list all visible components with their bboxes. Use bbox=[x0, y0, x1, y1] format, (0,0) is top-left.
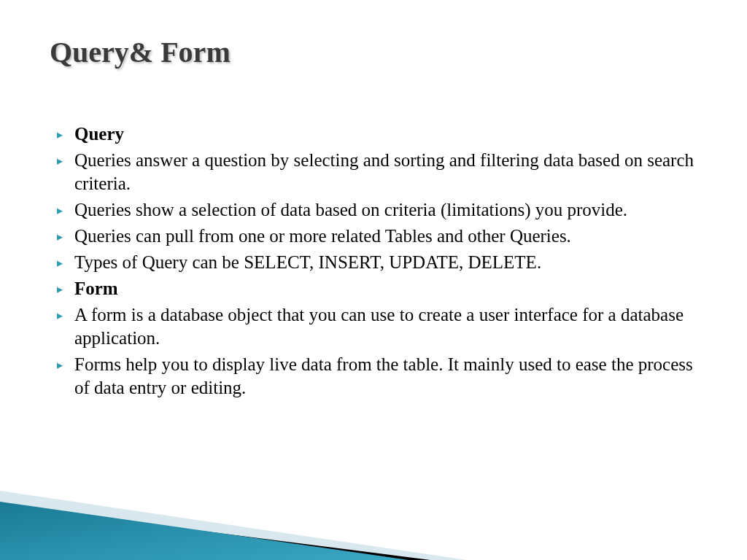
bullet-marker-icon: ▸ bbox=[57, 149, 74, 168]
bullet-item: ▸Query bbox=[57, 122, 696, 146]
bullet-marker-icon: ▸ bbox=[57, 353, 74, 373]
bullet-text: Types of Query can be SELECT, INSERT, UP… bbox=[74, 251, 541, 274]
bullet-text: A form is a database object that you can… bbox=[74, 303, 696, 350]
bullet-marker-icon: ▸ bbox=[57, 303, 74, 323]
bullet-text: Queries can pull from one or more relate… bbox=[74, 225, 571, 248]
bullet-item: ▸Queries can pull from one or more relat… bbox=[57, 225, 696, 248]
bullet-text: Queries answer a question by selecting a… bbox=[74, 149, 696, 195]
svg-marker-0 bbox=[0, 491, 467, 560]
bullet-text: Queries show a selection of data based o… bbox=[74, 198, 627, 222]
bullet-text: Forms help you to display live data from… bbox=[74, 353, 696, 400]
bullet-marker-icon: ▸ bbox=[57, 251, 74, 271]
bullet-item: ▸A form is a database object that you ca… bbox=[57, 303, 696, 350]
bullet-marker-icon: ▸ bbox=[57, 122, 74, 142]
bullet-marker-icon: ▸ bbox=[57, 198, 74, 218]
content-area: ▸Query▸Queries answer a question by sele… bbox=[57, 122, 696, 402]
svg-marker-1 bbox=[0, 505, 430, 560]
bullet-item: ▸Forms help you to display live data fro… bbox=[57, 353, 696, 400]
bullet-marker-icon: ▸ bbox=[57, 225, 74, 244]
bullet-text: Query bbox=[74, 122, 124, 146]
svg-marker-2 bbox=[0, 502, 409, 560]
slide-decoration bbox=[0, 465, 747, 560]
bullet-item: ▸Queries answer a question by selecting … bbox=[57, 149, 696, 195]
slide-title: Query& Form bbox=[50, 35, 231, 69]
bullet-item: ▸Types of Query can be SELECT, INSERT, U… bbox=[57, 251, 696, 274]
bullet-marker-icon: ▸ bbox=[57, 277, 74, 297]
bullet-item: ▸Form bbox=[57, 277, 696, 300]
bullet-text: Form bbox=[74, 277, 118, 300]
bullet-item: ▸Queries show a selection of data based … bbox=[57, 198, 696, 222]
